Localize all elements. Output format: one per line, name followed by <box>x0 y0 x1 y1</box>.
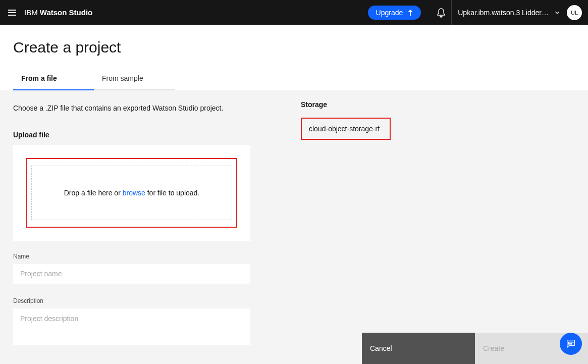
tab-label: From sample <box>102 74 143 82</box>
storage-label: Storage <box>301 100 575 109</box>
tab-from-sample[interactable]: From sample <box>94 68 175 90</box>
avatar-initials: UL <box>571 10 578 16</box>
storage-select[interactable]: cloud-object-storage-rf <box>301 118 391 140</box>
footer-buttons: Cancel Create <box>362 333 588 364</box>
hamburger-menu-button[interactable] <box>0 0 24 25</box>
intro-text: Choose a .ZIP file that contains an expo… <box>13 103 250 114</box>
name-label: Name <box>13 253 250 260</box>
bell-icon <box>436 8 446 18</box>
hamburger-icon <box>7 8 17 18</box>
upgrade-button[interactable]: Upgrade <box>368 6 421 20</box>
drop-suffix: for file to upload. <box>145 189 199 197</box>
global-header: IBM Watson Studio Upgrade Upkar.ibm.wats… <box>0 0 588 25</box>
chat-fab[interactable] <box>560 333 582 355</box>
create-label: Create <box>483 344 504 352</box>
content-area: Choose a .ZIP file that contains an expo… <box>0 90 588 364</box>
project-name-input[interactable] <box>13 264 250 284</box>
tab-from-file[interactable]: From a file <box>13 68 94 90</box>
upgrade-label: Upgrade <box>376 9 403 17</box>
brand-ibm: IBM <box>24 8 38 17</box>
chevron-down-icon <box>554 9 561 16</box>
upgrade-arrow-icon <box>407 9 414 16</box>
left-column: Choose a .ZIP file that contains an expo… <box>13 100 250 347</box>
cancel-button[interactable]: Cancel <box>362 333 475 364</box>
dropzone-text: Drop a file here or browse for file to u… <box>64 189 200 197</box>
description-label: Description <box>13 297 250 304</box>
account-switcher[interactable]: Upkar.ibm.watson.3 Lidder… <box>452 9 567 17</box>
notifications-button[interactable] <box>431 0 451 25</box>
cancel-label: Cancel <box>370 344 392 352</box>
tab-label: From a file <box>21 74 57 82</box>
right-column: Storage cloud-object-storage-rf <box>301 100 575 347</box>
chat-icon <box>565 338 576 349</box>
page-header-area: Create a project From a file From sample <box>0 25 588 90</box>
upload-box-container: Drop a file here or browse for file to u… <box>13 145 250 241</box>
tabs: From a file From sample <box>0 68 588 90</box>
brand: IBM Watson Studio <box>24 8 92 17</box>
username-label: Upkar.ibm.watson.3 Lidder… <box>458 9 549 17</box>
page-title: Create a project <box>0 39 588 68</box>
browse-link[interactable]: browse <box>123 189 145 197</box>
project-description-input[interactable] <box>13 308 250 345</box>
brand-product: Watson Studio <box>40 8 92 17</box>
upload-file-label: Upload file <box>13 131 250 139</box>
upload-highlight: Drop a file here or browse for file to u… <box>26 158 237 228</box>
drop-prefix: Drop a file here or <box>64 189 123 197</box>
avatar[interactable]: UL <box>567 5 582 20</box>
file-dropzone[interactable]: Drop a file here or browse for file to u… <box>31 166 232 220</box>
storage-value: cloud-object-storage-rf <box>309 125 380 133</box>
